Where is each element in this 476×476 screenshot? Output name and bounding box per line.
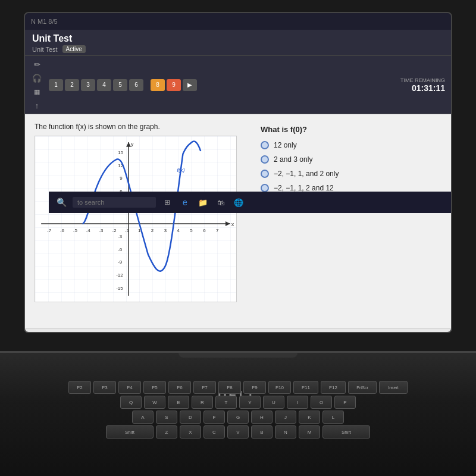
- laptop-screen: N M1 8/5 Unit Test Unit Test Active ✏ 🎧 …: [24, 12, 452, 333]
- subtitle-text: Unit Test: [32, 46, 58, 53]
- svg-text:-6: -6: [60, 228, 65, 233]
- files-icon[interactable]: 📁: [196, 196, 209, 209]
- key-a[interactable]: A: [132, 411, 154, 424]
- key-f9[interactable]: F9: [243, 381, 266, 394]
- taskbar: 🔍 ⊞ e 📁 🛍 🌐: [49, 192, 452, 213]
- pencil-icon[interactable]: ✏: [31, 58, 43, 70]
- key-u[interactable]: U: [263, 396, 284, 409]
- arrow-icon[interactable]: ↑: [31, 99, 43, 111]
- key-x[interactable]: X: [180, 425, 201, 439]
- key-v[interactable]: V: [227, 425, 249, 439]
- key-f10[interactable]: F10: [268, 381, 291, 394]
- key-w[interactable]: W: [144, 396, 165, 409]
- key-f6[interactable]: F6: [168, 381, 191, 394]
- key-f8[interactable]: F8: [218, 381, 241, 394]
- store-icon[interactable]: 🛍: [214, 196, 227, 209]
- key-prtscr[interactable]: PrtScr: [348, 381, 377, 394]
- question-text: The function f(x) is shown on the graph.: [35, 123, 249, 131]
- key-d[interactable]: D: [180, 411, 201, 424]
- key-f4[interactable]: F4: [118, 381, 141, 394]
- key-n[interactable]: N: [275, 425, 296, 439]
- key-s[interactable]: S: [156, 411, 177, 424]
- question-buttons: 1 2 3 4 5 6 8 9 ▶: [49, 79, 197, 91]
- key-z[interactable]: Z: [156, 425, 177, 439]
- q-btn-9[interactable]: 9: [167, 79, 181, 91]
- key-f5[interactable]: F5: [143, 381, 166, 394]
- key-h[interactable]: H: [251, 411, 273, 424]
- q-btn-8[interactable]: 8: [151, 79, 165, 91]
- key-f2[interactable]: F2: [68, 381, 91, 394]
- answer-option-2[interactable]: 2 and 3 only: [261, 155, 441, 164]
- search-input[interactable]: [73, 197, 156, 208]
- svg-text:f(x): f(x): [177, 167, 185, 173]
- key-e[interactable]: E: [168, 396, 189, 409]
- key-f12[interactable]: F12: [321, 381, 346, 394]
- key-insert[interactable]: Insert: [379, 381, 408, 394]
- key-f11[interactable]: F11: [293, 381, 318, 394]
- svg-text:-5: -5: [73, 228, 78, 233]
- main-content: The function f(x) is shown on the graph.: [25, 114, 451, 328]
- bottom-bar: Mark this and return Save and Exit Next …: [25, 328, 451, 333]
- what-is-label: What is f(0)?: [261, 125, 441, 134]
- q-btn-next-arrow[interactable]: ▶: [183, 79, 197, 91]
- chrome-icon[interactable]: 🌐: [232, 196, 245, 209]
- radio-2[interactable]: [261, 155, 269, 164]
- q-btn-5[interactable]: 5: [113, 79, 127, 91]
- key-q[interactable]: Q: [120, 396, 142, 409]
- svg-text:-12: -12: [116, 273, 123, 278]
- key-shift-l[interactable]: Shift: [106, 425, 154, 439]
- key-y[interactable]: Y: [239, 396, 261, 409]
- key-j[interactable]: J: [275, 411, 296, 424]
- key-f3[interactable]: F3: [93, 381, 116, 394]
- headphones-icon[interactable]: 🎧: [31, 72, 43, 84]
- edge-icon[interactable]: e: [178, 196, 192, 209]
- svg-text:y: y: [131, 141, 134, 147]
- svg-text:6: 6: [203, 228, 206, 233]
- q-btn-3[interactable]: 3: [81, 79, 95, 91]
- app-header: Unit Test Unit Test Active: [25, 30, 451, 56]
- key-f[interactable]: F: [203, 411, 225, 424]
- svg-text:-9: -9: [118, 259, 123, 265]
- key-b[interactable]: B: [251, 425, 273, 439]
- svg-rect-1: [35, 136, 236, 302]
- q-btn-2[interactable]: 2: [65, 79, 79, 91]
- svg-text:7: 7: [216, 228, 219, 233]
- key-l[interactable]: L: [322, 411, 344, 424]
- radio-1[interactable]: [261, 141, 269, 149]
- answer-text-4: −2, −1, 1, 2 and 12: [274, 184, 334, 192]
- right-panel: What is f(0)? 12 only 2 and 3 only −2, −…: [261, 123, 441, 320]
- key-f7[interactable]: F7: [193, 381, 216, 394]
- radio-3[interactable]: [261, 170, 269, 178]
- top-alpha-row: Q W E R T Y U I O P: [30, 396, 446, 409]
- key-r[interactable]: R: [192, 396, 213, 409]
- windows-search-icon[interactable]: 🔍: [55, 196, 68, 209]
- fn-key-row: F2 F3 F4 F5 F6 F7 F8 F9 F10 F11 F12 PrtS…: [30, 381, 446, 394]
- q-btn-6[interactable]: 6: [129, 79, 143, 91]
- key-shift-r[interactable]: Shift: [322, 425, 370, 439]
- calculator-icon[interactable]: ▦: [31, 86, 43, 98]
- laptop-hinge: [178, 353, 298, 358]
- answer-option-4[interactable]: −2, −1, 1, 2 and 12: [261, 184, 441, 192]
- key-k[interactable]: K: [299, 411, 320, 424]
- key-t[interactable]: T: [215, 396, 237, 409]
- key-p[interactable]: P: [334, 396, 356, 409]
- keyboard: F2 F3 F4 F5 F6 F7 F8 F9 F10 F11 F12 PrtS…: [30, 381, 446, 458]
- answer-option-3[interactable]: −2, −1, 1, and 2 only: [261, 170, 441, 178]
- key-c[interactable]: C: [203, 425, 225, 439]
- nav-row: ✏ 🎧 ▦ ↑ 1 2 3 4 5 6 8 9 ▶ TIME REMAINING…: [25, 56, 451, 114]
- key-i[interactable]: I: [287, 396, 308, 409]
- q-btn-1[interactable]: 1: [49, 79, 63, 91]
- q-btn-4[interactable]: 4: [97, 79, 111, 91]
- radio-4[interactable]: [261, 184, 269, 192]
- key-m[interactable]: M: [299, 425, 320, 439]
- bot-alpha-row: Shift Z X C V B N M Shift: [30, 425, 446, 439]
- time-label: TIME REMAINING: [400, 77, 445, 83]
- key-o[interactable]: O: [311, 396, 332, 409]
- active-badge: Active: [62, 45, 86, 53]
- taskview-icon[interactable]: ⊞: [161, 196, 174, 209]
- svg-text:9: 9: [120, 176, 123, 181]
- answer-option-1[interactable]: 12 only: [261, 141, 441, 149]
- key-g[interactable]: G: [227, 411, 249, 424]
- svg-text:-7: -7: [47, 228, 52, 233]
- left-panel: The function f(x) is shown on the graph.: [35, 123, 249, 320]
